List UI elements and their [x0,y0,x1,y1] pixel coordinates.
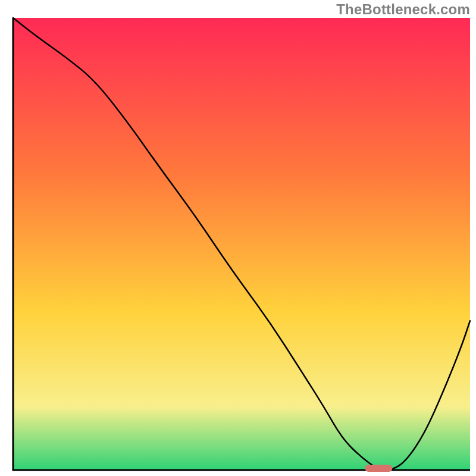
chart-container: TheBottleneck.com [0,0,476,476]
optimal-marker [365,465,392,472]
bottleneck-chart [0,0,476,476]
plot-background-gradient [13,18,470,470]
